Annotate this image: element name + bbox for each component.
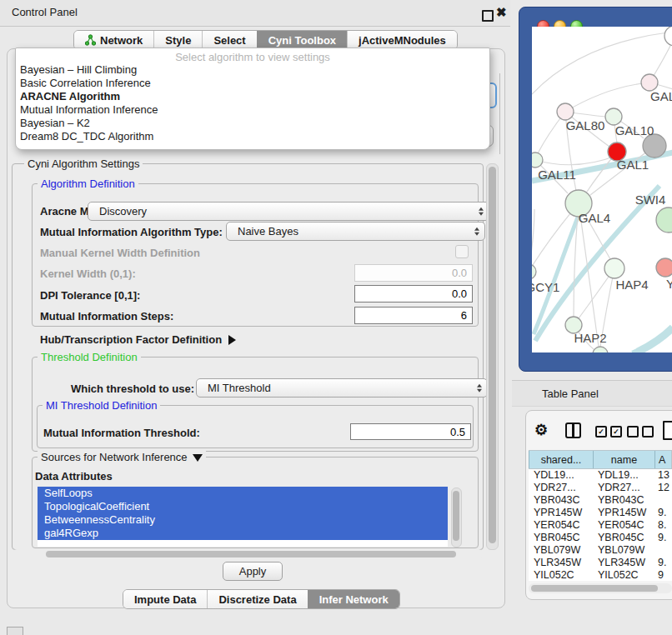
combo-arrows-icon: [479, 207, 484, 216]
control-panel-titlebar: Control Panel ✖: [0, 0, 510, 27]
mi-threshold-field[interactable]: [350, 423, 471, 440]
table-row[interactable]: YBR043CYBR043C: [529, 494, 672, 507]
table-horizontal-scrollbar[interactable]: [529, 583, 672, 593]
columns-icon[interactable]: [565, 422, 581, 438]
network-canvas[interactable]: GALGAL80GAL10GAL1GAL11GAL4SWI4GCY1HAP4YH…: [532, 27, 672, 352]
deselect-all-icon[interactable]: [627, 426, 654, 438]
data-attributes-label: Data Attributes: [35, 470, 113, 482]
dpi-tolerance-field[interactable]: [354, 285, 473, 302]
network-node[interactable]: [656, 258, 672, 277]
tab-label: jActiveMNodules: [359, 34, 446, 47]
kernel-width-field[interactable]: [354, 264, 473, 282]
attribute-item[interactable]: gal4RGexp: [38, 527, 448, 540]
table-cell: YPR145W: [593, 507, 654, 519]
algorithm-dropdown: Select algorithm to view settings Bayesi…: [15, 48, 490, 150]
network-node-label: HAP2: [574, 331, 606, 345]
dropdown-item[interactable]: Dream8 DC_TDC Algorithm: [16, 130, 489, 143]
table-cell: YIL052C: [593, 569, 654, 581]
settings-horizontal-scrollbar[interactable]: [12, 549, 484, 559]
settings-vertical-scrollbar[interactable]: [486, 163, 499, 550]
file-icon[interactable]: [663, 421, 672, 440]
dropdown-item[interactable]: Bayesian – K2: [16, 117, 489, 130]
which-threshold-combobox[interactable]: MI Threshold: [196, 378, 488, 398]
network-canvas-svg: GALGAL80GAL10GAL1GAL11GAL4SWI4GCY1HAP4YH…: [532, 27, 672, 352]
collapse-down-icon: [193, 454, 203, 462]
mi-steps-field[interactable]: [354, 307, 473, 324]
sources-title: Sources for Network Inference: [41, 451, 188, 463]
float-window-icon[interactable]: [482, 10, 494, 22]
attribute-item[interactable]: BetweennessCentrality: [38, 513, 448, 527]
table-row[interactable]: YIL052CYIL052C9: [529, 569, 672, 581]
mi-type-label: Mutual Information Algorithm Type:: [40, 226, 223, 238]
network-node[interactable]: [604, 258, 624, 278]
network-node[interactable]: [557, 103, 574, 120]
table-row[interactable]: YDR27...YDR27...12: [529, 482, 672, 494]
table-row[interactable]: YBR045CYBR045C9.: [529, 532, 672, 544]
column-header[interactable]: shared...: [529, 451, 593, 468]
dropdown-item[interactable]: Mutual Information Inference: [16, 103, 489, 117]
table-panel-title: Table Panel: [542, 388, 599, 400]
network-node[interactable]: [532, 264, 536, 279]
network-node-label: GAL: [650, 89, 672, 103]
table-cell: YLR345W: [593, 557, 654, 569]
dropdown-item[interactable]: Basic Correlation Inference: [16, 77, 489, 90]
column-header[interactable]: A: [654, 451, 671, 468]
network-node[interactable]: [605, 108, 622, 125]
table-cell: 9.: [654, 532, 672, 544]
network-node[interactable]: [532, 152, 543, 168]
column-header[interactable]: name: [593, 451, 654, 468]
table-cell: YDL19...: [593, 469, 654, 482]
table-cell: YER054C: [529, 519, 593, 532]
dropdown-placeholder: Select algorithm to view settings: [16, 48, 489, 63]
expand-right-icon: [228, 335, 236, 345]
manual-kernel-checkbox[interactable]: [455, 245, 469, 258]
mi-algorithm-type-combobox[interactable]: Naive Bayes: [226, 222, 485, 241]
tab-style[interactable]: Style: [153, 31, 202, 49]
dropdown-item[interactable]: Bayesian – Hill Climbing: [16, 63, 489, 77]
group-title: MI Threshold Definition: [43, 399, 160, 412]
tab-network[interactable]: Network: [74, 31, 153, 49]
tab-infer-network[interactable]: Infer Network: [308, 590, 399, 608]
tab-label: Infer Network: [319, 593, 389, 606]
attribute-item[interactable]: SelfLoops: [38, 487, 448, 500]
table-row[interactable]: YLR345WYLR345W9.: [529, 557, 672, 569]
tab-cyni-toolbox[interactable]: Cyni Toolbox: [257, 31, 347, 49]
table-cell: [654, 494, 672, 507]
dropdown-item[interactable]: ARACNE Algorithm: [16, 90, 489, 103]
network-node[interactable]: [664, 27, 672, 46]
select-all-icon[interactable]: ✓✓: [595, 426, 622, 438]
apply-button[interactable]: Apply: [223, 562, 283, 581]
hub-definition-expander[interactable]: Hub/Transcription Factor Definition: [40, 333, 236, 346]
network-node[interactable]: [643, 134, 666, 158]
tab-jactivemnodules[interactable]: jActiveMNodules: [347, 31, 457, 49]
network-node[interactable]: [656, 208, 672, 232]
table-cell: 13: [654, 469, 672, 482]
network-node[interactable]: [593, 347, 608, 352]
minimized-panel-stub[interactable]: [7, 627, 23, 635]
tab-label: Network: [100, 34, 143, 47]
tab-impute-data[interactable]: Impute Data: [123, 590, 207, 608]
table-cell: YER054C: [593, 519, 654, 532]
table-row[interactable]: YPR145WYPR145W9.: [529, 507, 672, 519]
tab-discretize-data[interactable]: Discretize Data: [207, 590, 307, 608]
tab-select[interactable]: Select: [202, 31, 256, 49]
combo-value: MI Threshold: [208, 382, 271, 394]
sources-expander[interactable]: Sources for Network Inference: [38, 451, 206, 463]
attribute-item[interactable]: TopologicalCoefficient: [38, 500, 448, 513]
close-icon[interactable]: ✖: [496, 5, 507, 20]
network-edge: [565, 82, 649, 112]
combo-value: Naive Bayes: [238, 225, 298, 238]
network-node-label: GAL11: [538, 168, 576, 182]
gear-icon[interactable]: ⚙: [534, 421, 548, 439]
network-node[interactable]: [641, 74, 658, 91]
table-row[interactable]: YDL19...YDL19...13: [529, 469, 672, 482]
attributes-scrollbar[interactable]: [451, 488, 462, 548]
network-edge-highlight: [633, 328, 672, 352]
table-row[interactable]: YBL079WYBL079W: [529, 544, 672, 557]
table-row[interactable]: YER054CYER054C8.: [529, 519, 672, 532]
table-cell: 12: [654, 482, 672, 494]
tab-label: Cyni Toolbox: [268, 34, 336, 47]
table-cell: YIL052C: [529, 569, 593, 581]
table-cell: 9.: [654, 507, 672, 519]
aracne-mode-combobox[interactable]: Discovery: [88, 202, 489, 221]
